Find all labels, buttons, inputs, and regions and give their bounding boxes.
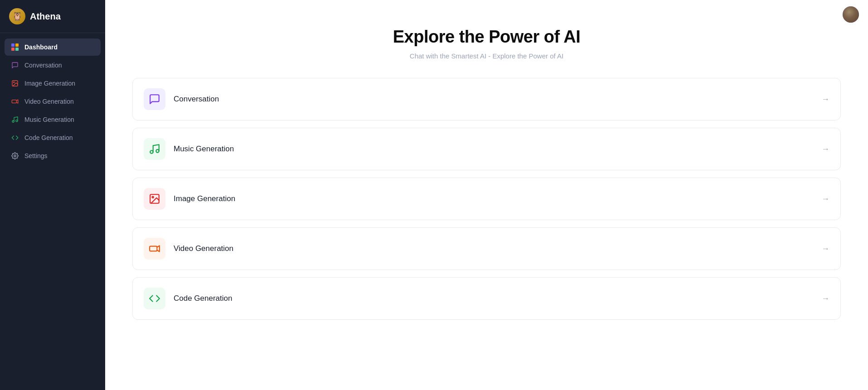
page-subtitle: Chat with the Smartest AI - Explore the … <box>114 52 859 60</box>
image-card-label: Image Generation <box>174 194 821 203</box>
hero-section: Explore the Power of AI Chat with the Sm… <box>105 0 868 78</box>
sidebar-item-label: Music Generation <box>24 116 74 123</box>
sidebar-item-settings[interactable]: Settings <box>5 147 101 164</box>
svg-point-1 <box>14 82 15 83</box>
card-video-generation[interactable]: Video Generation → <box>132 227 841 270</box>
music-gen-icon <box>11 116 19 124</box>
video-card-icon <box>144 238 165 260</box>
sidebar-item-video-generation[interactable]: Video Generation <box>5 93 101 110</box>
svg-rect-10 <box>150 246 157 251</box>
sidebar-item-label: Code Generation <box>24 134 73 141</box>
dashboard-icon <box>11 43 19 51</box>
sidebar-item-dashboard[interactable]: Dashboard <box>5 39 101 56</box>
music-card-icon <box>144 138 165 160</box>
sidebar-item-label: Settings <box>24 152 48 159</box>
video-gen-icon <box>11 97 19 106</box>
sidebar: 🦉 Athena Dashboard Conversation <box>0 0 105 390</box>
page-title: Explore the Power of AI <box>114 27 859 47</box>
conversation-card-icon <box>144 88 165 110</box>
code-gen-icon <box>11 134 19 142</box>
sidebar-item-conversation[interactable]: Conversation <box>5 57 101 74</box>
conversation-card-arrow: → <box>821 95 829 104</box>
video-card-label: Video Generation <box>174 244 821 253</box>
sidebar-item-image-generation[interactable]: Image Generation <box>5 75 101 92</box>
logo-icon: 🦉 <box>9 8 25 24</box>
avatar-image <box>843 6 859 23</box>
sidebar-item-code-generation[interactable]: Code Generation <box>5 129 101 146</box>
svg-point-6 <box>150 150 153 154</box>
svg-point-3 <box>12 120 14 122</box>
card-image-generation[interactable]: Image Generation → <box>132 178 841 220</box>
conversation-card-label: Conversation <box>174 95 821 104</box>
svg-rect-2 <box>12 100 16 103</box>
sidebar-item-label: Video Generation <box>24 98 74 105</box>
cards-container: Conversation → Music Generation → <box>105 78 868 345</box>
image-gen-icon <box>11 79 19 87</box>
user-avatar[interactable] <box>843 6 859 23</box>
svg-point-5 <box>14 155 16 157</box>
sidebar-item-label: Dashboard <box>24 43 58 51</box>
settings-icon <box>11 152 19 160</box>
sidebar-item-label: Image Generation <box>24 80 75 87</box>
card-music-generation[interactable]: Music Generation → <box>132 128 841 170</box>
image-card-icon <box>144 188 165 210</box>
sidebar-item-label: Conversation <box>24 62 62 69</box>
image-card-arrow: → <box>821 194 829 204</box>
svg-point-7 <box>156 149 159 153</box>
music-card-arrow: → <box>821 144 829 154</box>
svg-point-4 <box>16 120 18 122</box>
sidebar-nav: Dashboard Conversation Image Generation <box>0 33 105 390</box>
video-card-arrow: → <box>821 244 829 254</box>
main-content: Explore the Power of AI Chat with the Sm… <box>105 0 868 390</box>
app-logo: 🦉 Athena <box>0 0 105 33</box>
sidebar-item-music-generation[interactable]: Music Generation <box>5 111 101 128</box>
conversation-icon <box>11 61 19 69</box>
code-card-label: Code Generation <box>174 294 821 303</box>
code-card-icon <box>144 288 165 309</box>
app-name: Athena <box>30 11 61 22</box>
card-code-generation[interactable]: Code Generation → <box>132 277 841 320</box>
card-conversation[interactable]: Conversation → <box>132 78 841 120</box>
music-card-label: Music Generation <box>174 144 821 154</box>
svg-point-9 <box>152 197 154 198</box>
main-header <box>843 6 859 23</box>
code-card-arrow: → <box>821 294 829 303</box>
